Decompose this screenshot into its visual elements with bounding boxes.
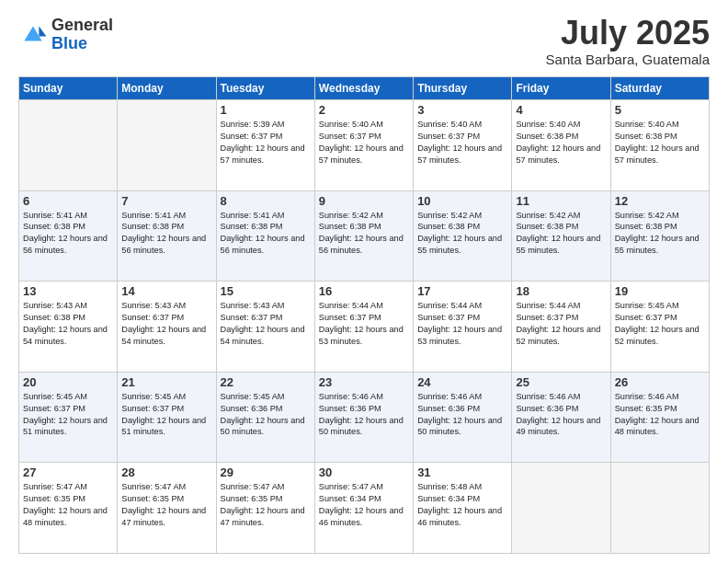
daylight: Daylight: 12 hours and 57 minutes. [221, 144, 305, 165]
day-info: Sunrise: 5:46 AMSunset: 6:36 PMDaylight:… [417, 391, 507, 439]
table-row: 25Sunrise: 5:46 AMSunset: 6:36 PMDayligh… [512, 372, 610, 463]
table-row: 28Sunrise: 5:47 AMSunset: 6:35 PMDayligh… [118, 463, 216, 554]
table-row [19, 100, 118, 191]
sunrise: Sunrise: 5:41 AM [121, 211, 186, 220]
day-info: Sunrise: 5:47 AMSunset: 6:35 PMDaylight:… [221, 481, 311, 529]
day-info: Sunrise: 5:44 AMSunset: 6:37 PMDaylight:… [516, 300, 606, 348]
table-row: 20Sunrise: 5:45 AMSunset: 6:37 PMDayligh… [19, 372, 118, 463]
sunrise: Sunrise: 5:41 AM [23, 211, 87, 220]
day-info: Sunrise: 5:40 AMSunset: 6:38 PMDaylight:… [516, 119, 606, 167]
sunset: Sunset: 6:35 PM [23, 494, 85, 503]
daylight: Daylight: 12 hours and 57 minutes. [516, 144, 600, 165]
table-row: 21Sunrise: 5:45 AMSunset: 6:37 PMDayligh… [118, 372, 216, 463]
table-row: 23Sunrise: 5:46 AMSunset: 6:36 PMDayligh… [314, 372, 413, 463]
daylight: Daylight: 12 hours and 46 minutes. [319, 506, 404, 527]
day-number: 25 [516, 375, 606, 389]
day-number: 27 [23, 465, 113, 479]
sunset: Sunset: 6:37 PM [319, 313, 381, 322]
title-block: July 2025 Santa Barbara, Guatemala [546, 17, 710, 67]
day-number: 24 [417, 375, 507, 389]
sunrise: Sunrise: 5:45 AM [221, 392, 285, 401]
sunset: Sunset: 6:38 PM [615, 132, 677, 141]
sunrise: Sunrise: 5:44 AM [319, 301, 383, 310]
day-number: 22 [221, 375, 311, 389]
daylight: Daylight: 12 hours and 54 minutes. [23, 325, 108, 346]
daylight: Daylight: 12 hours and 56 minutes. [121, 234, 206, 255]
table-row: 17Sunrise: 5:44 AMSunset: 6:37 PMDayligh… [414, 282, 512, 373]
daylight: Daylight: 12 hours and 53 minutes. [319, 325, 404, 346]
daylight: Daylight: 12 hours and 57 minutes. [615, 144, 700, 165]
table-row: 3Sunrise: 5:40 AMSunset: 6:37 PMDaylight… [414, 100, 512, 191]
day-info: Sunrise: 5:39 AMSunset: 6:37 PMDaylight:… [221, 119, 311, 167]
daylight: Daylight: 12 hours and 57 minutes. [319, 144, 404, 165]
day-number: 18 [516, 284, 606, 298]
day-number: 1 [221, 103, 311, 117]
col-saturday: Saturday [610, 77, 709, 100]
table-row: 6Sunrise: 5:41 AMSunset: 6:38 PMDaylight… [19, 190, 118, 282]
day-info: Sunrise: 5:47 AMSunset: 6:35 PMDaylight:… [23, 481, 113, 529]
table-row [118, 100, 216, 191]
sunset: Sunset: 6:37 PM [221, 313, 283, 322]
daylight: Daylight: 12 hours and 48 minutes. [23, 506, 108, 527]
day-info: Sunrise: 5:44 AMSunset: 6:37 PMDaylight:… [319, 300, 409, 348]
day-number: 30 [319, 465, 409, 479]
day-info: Sunrise: 5:43 AMSunset: 6:37 PMDaylight:… [121, 300, 211, 348]
col-wednesday: Wednesday [314, 77, 413, 100]
day-number: 10 [417, 194, 507, 208]
logo-icon [18, 20, 48, 50]
logo-blue: Blue [51, 34, 87, 52]
day-number: 3 [417, 103, 507, 117]
day-info: Sunrise: 5:40 AMSunset: 6:37 PMDaylight:… [417, 119, 507, 167]
sunrise: Sunrise: 5:46 AM [417, 392, 482, 401]
logo-general: General [51, 16, 113, 34]
sunrise: Sunrise: 5:45 AM [121, 392, 186, 401]
sunset: Sunset: 6:38 PM [417, 222, 480, 231]
table-row: 24Sunrise: 5:46 AMSunset: 6:36 PMDayligh… [414, 372, 512, 463]
day-info: Sunrise: 5:46 AMSunset: 6:36 PMDaylight:… [319, 391, 409, 439]
daylight: Daylight: 12 hours and 47 minutes. [121, 506, 206, 527]
day-number: 14 [121, 284, 211, 298]
svg-marker-0 [39, 26, 46, 36]
sunset: Sunset: 6:38 PM [516, 132, 578, 141]
sunrise: Sunrise: 5:46 AM [319, 392, 383, 401]
day-info: Sunrise: 5:47 AMSunset: 6:35 PMDaylight:… [121, 481, 211, 529]
day-number: 20 [23, 375, 113, 389]
day-info: Sunrise: 5:45 AMSunset: 6:37 PMDaylight:… [121, 391, 211, 439]
sunrise: Sunrise: 5:47 AM [319, 482, 383, 491]
table-row: 10Sunrise: 5:42 AMSunset: 6:38 PMDayligh… [414, 190, 512, 282]
day-number: 15 [221, 284, 311, 298]
sunset: Sunset: 6:35 PM [615, 404, 677, 413]
day-number: 31 [417, 465, 507, 479]
col-thursday: Thursday [414, 77, 512, 100]
sunset: Sunset: 6:34 PM [417, 494, 480, 503]
table-row: 11Sunrise: 5:42 AMSunset: 6:38 PMDayligh… [512, 190, 610, 282]
sunrise: Sunrise: 5:46 AM [615, 392, 679, 401]
table-row: 26Sunrise: 5:46 AMSunset: 6:35 PMDayligh… [610, 372, 709, 463]
sunset: Sunset: 6:37 PM [319, 132, 381, 141]
daylight: Daylight: 12 hours and 55 minutes. [516, 234, 600, 255]
sunrise: Sunrise: 5:45 AM [23, 392, 87, 401]
logo: General Blue [18, 17, 113, 53]
sunrise: Sunrise: 5:44 AM [417, 301, 482, 310]
daylight: Daylight: 12 hours and 56 minutes. [319, 234, 404, 255]
sunset: Sunset: 6:35 PM [221, 494, 283, 503]
day-info: Sunrise: 5:40 AMSunset: 6:38 PMDaylight:… [615, 119, 705, 167]
day-number: 19 [615, 284, 705, 298]
day-number: 8 [221, 194, 311, 208]
daylight: Daylight: 12 hours and 46 minutes. [417, 506, 502, 527]
sunrise: Sunrise: 5:42 AM [319, 211, 383, 220]
day-info: Sunrise: 5:48 AMSunset: 6:34 PMDaylight:… [417, 481, 507, 529]
day-info: Sunrise: 5:42 AMSunset: 6:38 PMDaylight:… [319, 210, 409, 258]
sunset: Sunset: 6:36 PM [221, 404, 283, 413]
daylight: Daylight: 12 hours and 55 minutes. [417, 234, 502, 255]
table-row: 22Sunrise: 5:45 AMSunset: 6:36 PMDayligh… [216, 372, 314, 463]
day-info: Sunrise: 5:41 AMSunset: 6:38 PMDaylight:… [121, 210, 211, 258]
sunrise: Sunrise: 5:48 AM [417, 482, 482, 491]
table-row: 7Sunrise: 5:41 AMSunset: 6:38 PMDaylight… [118, 190, 216, 282]
daylight: Daylight: 12 hours and 50 minutes. [417, 416, 502, 437]
day-number: 23 [319, 375, 409, 389]
day-info: Sunrise: 5:41 AMSunset: 6:38 PMDaylight:… [221, 210, 311, 258]
day-info: Sunrise: 5:47 AMSunset: 6:34 PMDaylight:… [319, 481, 409, 529]
table-row: 16Sunrise: 5:44 AMSunset: 6:37 PMDayligh… [314, 282, 413, 373]
day-info: Sunrise: 5:43 AMSunset: 6:37 PMDaylight:… [221, 300, 311, 348]
